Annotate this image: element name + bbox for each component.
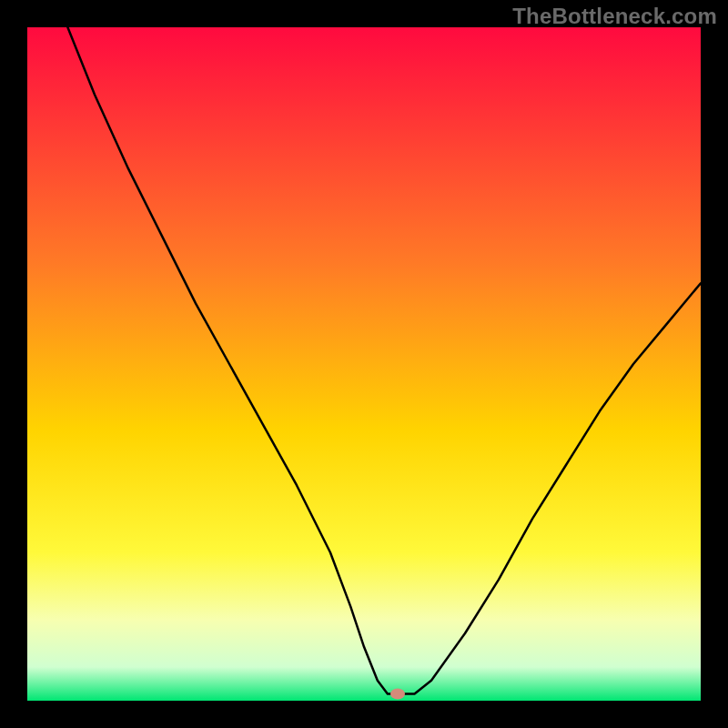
- chart-background: [27, 27, 701, 701]
- chart-frame: TheBottleneck.com: [0, 0, 728, 728]
- chart-plot-area: [27, 27, 701, 701]
- optimal-point-marker: [390, 689, 405, 700]
- chart-svg: [27, 27, 701, 701]
- watermark-text: TheBottleneck.com: [512, 4, 717, 29]
